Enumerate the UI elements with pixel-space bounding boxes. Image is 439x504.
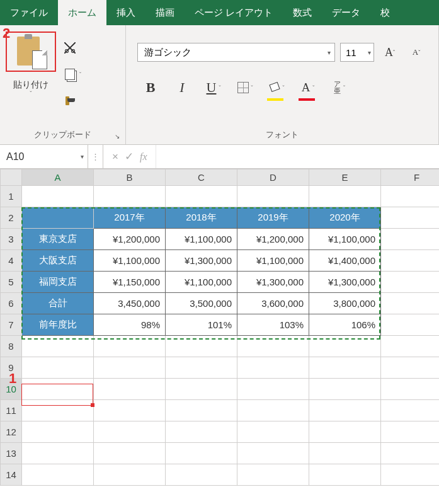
fill-color-button[interactable]: ˇ	[265, 77, 288, 98]
cell[interactable]: 2019年	[237, 207, 309, 229]
col-header-a[interactable]: A	[22, 169, 94, 186]
tab-data[interactable]: データ	[322, 0, 370, 25]
cell[interactable]	[381, 336, 440, 357]
cell[interactable]	[381, 443, 440, 464]
clipboard-dialog-launcher[interactable]: ↘	[113, 132, 122, 140]
row-header[interactable]: 2	[1, 207, 22, 229]
tab-page-layout[interactable]: ページ レイアウト	[185, 0, 283, 25]
cell[interactable]	[381, 379, 440, 400]
cell[interactable]	[22, 443, 94, 464]
cell[interactable]: ¥1,100,000	[94, 250, 166, 272]
cell[interactable]	[309, 443, 381, 464]
cell[interactable]	[381, 464, 440, 486]
increase-font-button[interactable]: Aˆ	[379, 43, 401, 62]
cell[interactable]	[22, 464, 94, 486]
paste-button[interactable]: 貼り付け ˇ	[4, 28, 58, 125]
cell[interactable]: 2020年	[309, 207, 381, 229]
font-size-select[interactable]: 11 ▾	[340, 43, 374, 62]
cell[interactable]	[166, 186, 237, 207]
cell[interactable]: ¥1,300,000	[237, 272, 309, 293]
cell[interactable]	[22, 207, 94, 229]
row-header[interactable]: 5	[1, 272, 22, 293]
name-box[interactable]: A10 ▾	[0, 145, 88, 168]
cell[interactable]: ¥1,200,000	[237, 229, 309, 250]
underline-button[interactable]: U ˇ	[202, 77, 225, 98]
cell[interactable]	[309, 186, 381, 207]
cell[interactable]: ¥1,100,000	[309, 229, 381, 250]
cell[interactable]: ¥1,150,000	[94, 272, 166, 293]
cell[interactable]	[94, 421, 166, 443]
font-color-button[interactable]: A ˇ	[296, 77, 320, 98]
cell[interactable]	[237, 421, 309, 443]
row-header[interactable]: 11	[1, 400, 22, 421]
name-box-resize[interactable]: ⋮	[88, 145, 103, 168]
cell[interactable]	[381, 272, 440, 293]
cell[interactable]	[94, 357, 166, 379]
cell[interactable]	[94, 464, 166, 486]
cell[interactable]: 合計	[22, 293, 94, 314]
cell[interactable]: ¥1,200,000	[94, 229, 166, 250]
cell[interactable]: 98%	[94, 314, 166, 336]
cell[interactable]	[237, 443, 309, 464]
cell[interactable]	[166, 421, 237, 443]
cell[interactable]: 103%	[237, 314, 309, 336]
formula-input[interactable]	[156, 145, 439, 168]
cell[interactable]	[22, 379, 94, 400]
cell[interactable]	[381, 229, 440, 250]
tab-insert[interactable]: 挿入	[106, 0, 145, 25]
insert-function-button[interactable]: fx	[140, 151, 147, 163]
borders-button[interactable]: ˇ	[233, 77, 257, 98]
row-header[interactable]: 7	[1, 314, 22, 336]
cell[interactable]	[381, 357, 440, 379]
col-header-e[interactable]: E	[309, 169, 381, 186]
row-header[interactable]: 4	[1, 250, 22, 272]
cell[interactable]	[237, 379, 309, 400]
copy-button[interactable]: ˇ	[63, 66, 84, 83]
font-name-select[interactable]: 游ゴシック ▾	[137, 43, 335, 62]
cell[interactable]	[166, 443, 237, 464]
cell[interactable]	[309, 379, 381, 400]
cell[interactable]	[381, 186, 440, 207]
cell[interactable]	[94, 186, 166, 207]
cell[interactable]	[237, 400, 309, 421]
cell[interactable]: ¥1,300,000	[309, 272, 381, 293]
cell[interactable]: 3,600,000	[237, 293, 309, 314]
cell[interactable]	[237, 336, 309, 357]
decrease-font-button[interactable]: Aˇ	[406, 43, 427, 62]
tab-file[interactable]: ファイル	[0, 0, 58, 25]
cell[interactable]	[166, 379, 237, 400]
cell[interactable]: 福岡支店	[22, 272, 94, 293]
cell[interactable]	[166, 400, 237, 421]
cell[interactable]	[22, 357, 94, 379]
cell[interactable]: 3,800,000	[309, 293, 381, 314]
paste-dropdown-icon[interactable]: ˇ	[30, 91, 31, 98]
cell[interactable]	[381, 207, 440, 229]
cell[interactable]: ¥1,100,000	[166, 229, 237, 250]
cut-button[interactable]	[63, 39, 84, 57]
cell[interactable]	[166, 357, 237, 379]
cell[interactable]: ¥1,100,000	[166, 272, 237, 293]
copy-dropdown-icon[interactable]: ˇ	[79, 71, 81, 77]
cell[interactable]	[309, 336, 381, 357]
format-painter-button[interactable]	[63, 92, 84, 110]
cell[interactable]: 3,450,000	[94, 293, 166, 314]
row-header[interactable]: 6	[1, 293, 22, 314]
enter-formula-button[interactable]: ✓	[125, 150, 134, 163]
cell[interactable]	[309, 400, 381, 421]
col-header-f[interactable]: F	[381, 169, 440, 186]
row-header[interactable]: 9	[1, 357, 22, 379]
tab-home[interactable]: ホーム	[58, 0, 106, 25]
italic-button[interactable]: I	[170, 77, 194, 98]
cell[interactable]: 2017年	[94, 207, 166, 229]
cell[interactable]: ¥1,100,000	[237, 250, 309, 272]
bold-button[interactable]: B	[139, 77, 162, 98]
cell[interactable]	[237, 464, 309, 486]
cell[interactable]	[94, 443, 166, 464]
cell[interactable]: ¥1,400,000	[309, 250, 381, 272]
cell[interactable]: 2018年	[166, 207, 237, 229]
cell[interactable]: 101%	[166, 314, 237, 336]
phonetic-guide-button[interactable]: ア 亜 ˇ	[328, 77, 351, 98]
cell[interactable]	[381, 421, 440, 443]
cell[interactable]: 3,500,000	[166, 293, 237, 314]
tab-review[interactable]: 校	[370, 0, 400, 25]
